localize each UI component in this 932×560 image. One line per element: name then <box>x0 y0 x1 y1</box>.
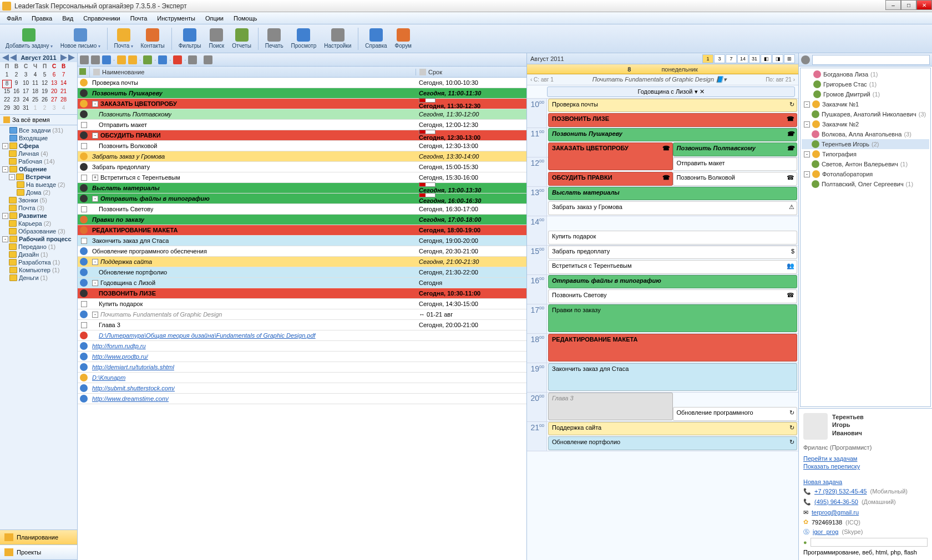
cal-day[interactable]: 16 <box>12 88 21 96</box>
tree-Сфера[interactable]: -Сфера <box>1 142 76 150</box>
cal-day[interactable]: 3 <box>21 72 31 80</box>
hour-slot[interactable]: Выслать материалыЗабрать заказ у Громова… <box>547 187 798 216</box>
contact-item[interactable]: Громов Дмитрий(1) <box>802 89 929 99</box>
contact-item[interactable]: -Типография <box>802 149 929 159</box>
phone-home[interactable]: (495) 964-36-50 <box>814 498 858 505</box>
tb-Форум[interactable]: Форум <box>392 27 415 50</box>
cal-day[interactable]: 15 <box>2 88 12 96</box>
expand-icon[interactable]: + <box>92 175 98 181</box>
cal-event[interactable]: Обновление портфолио↻ <box>548 436 797 450</box>
cal-event[interactable]: Обновление программного↻ <box>673 407 798 421</box>
cal-event[interactable]: ПОЗВОНИТЬ ЛИЗЕ☎ <box>548 113 797 127</box>
tree-Рабочая[interactable]: Рабочая(14) <box>1 157 76 165</box>
task-row[interactable]: ПОЗВОНИТЬ ЛИЗЕСегодня, 10:30-11:00 <box>78 288 526 299</box>
menu-Правка[interactable]: Правка <box>27 14 57 23</box>
cal-day[interactable]: 30 <box>12 105 21 113</box>
hour-slot[interactable]: Глава 3Обновление программного↻ <box>547 393 798 421</box>
cal-event[interactable]: РЕДАКТИРОВАНИЕ МАКЕТА <box>548 334 797 362</box>
contact-item[interactable]: Светов, Антон Валерьевич(1) <box>802 159 929 169</box>
tree-Почта[interactable]: Почта(3) <box>1 204 76 212</box>
cal-day[interactable]: 18 <box>31 88 40 96</box>
cal-day[interactable]: 28 <box>59 96 68 105</box>
contact-item[interactable]: -Заказчик №1 <box>802 99 929 109</box>
tb-Контакты[interactable]: Контакты <box>138 27 168 50</box>
task-row[interactable]: http://www.prodtp.ru/ <box>78 352 526 362</box>
task-row[interactable]: -Поддержка сайтаСегодня, 21:00-21:30 <box>78 257 526 267</box>
hour-slot[interactable]: Проверка почты↻ПОЗВОНИТЬ ЛИЗЕ☎ <box>547 99 798 128</box>
cal-day[interactable]: 3 <box>49 105 59 113</box>
hour-slot[interactable]: Забрать предоплату$Встретиться с Теренть… <box>547 246 798 274</box>
maximize-button[interactable]: □ <box>901 0 916 10</box>
task-row[interactable]: -ОБСУДИТЬ ПРАВКИСегодня, 12:30-13:00 <box>78 130 526 141</box>
contact-item[interactable]: Полтавский, Олег Сергеевич(1) <box>802 179 929 189</box>
expand-icon[interactable] <box>204 55 212 64</box>
task-row[interactable]: Купить подарокСегодня, 14:30-15:00 <box>78 299 526 309</box>
cal-event[interactable]: Позвонить Полтавскому☎ <box>673 142 798 156</box>
link-newtask[interactable]: Новая задача <box>803 478 928 485</box>
expand-icon[interactable]: - <box>92 259 98 265</box>
filter-icon[interactable] <box>102 55 111 64</box>
cal-event[interactable]: Выслать материалы <box>548 187 797 200</box>
task-row[interactable]: Обновление программного обеспеченияСегод… <box>78 246 526 257</box>
task-name[interactable]: http://www.prodtp.ru/ <box>92 353 148 360</box>
expand-icon[interactable]: - <box>804 101 810 108</box>
cal-day[interactable]: 8 <box>2 80 12 88</box>
cal-day[interactable]: 29 <box>2 105 12 113</box>
menu-Помощь[interactable]: Помощь <box>229 14 262 23</box>
task-row[interactable]: РЕДАКТИРОВАНИЕ МАКЕТАСегодня, 18:00-19:0… <box>78 225 526 236</box>
view-opt[interactable]: ⊞ <box>784 54 795 63</box>
cal-next-year[interactable] <box>68 54 75 61</box>
expand-icon[interactable]: - <box>92 133 98 139</box>
tb-Отчеты[interactable]: Отчеты <box>229 27 255 50</box>
contact-item[interactable]: Пушкарев, Анатолий Николаевич(3) <box>802 109 929 119</box>
tb-Почта[interactable]: Почта <box>111 27 136 50</box>
cal-event[interactable]: Отправить файлы в типографию <box>548 275 797 288</box>
tree-Дома[interactable]: Дома(2) <box>1 189 76 196</box>
tree-Общение[interactable]: -Общение <box>1 165 76 173</box>
tree-Передано[interactable]: Передано(1) <box>1 243 76 251</box>
hour-slot[interactable]: Правки по заказу <box>547 304 798 333</box>
tree-Входящие[interactable]: Входящие <box>1 134 76 142</box>
hour-slot[interactable]: Поддержка сайта↻Обновление портфолио↻ <box>547 422 798 451</box>
task-name[interactable]: http://forum.rudtp.ru <box>92 343 146 349</box>
clear-filter-icon[interactable] <box>188 55 197 64</box>
check-all-icon[interactable] <box>79 68 86 75</box>
folder-filter-icon[interactable] <box>117 55 126 64</box>
tb-Просмотр[interactable]: Просмотр <box>288 27 320 50</box>
cal-day[interactable]: 10 <box>21 80 31 88</box>
date-filter-icon[interactable] <box>158 55 167 64</box>
allday-event[interactable]: Годовщина с Лизой ▾ ✕ <box>547 86 795 97</box>
tree-Звонки[interactable]: Звонки(5) <box>1 196 76 204</box>
task-row[interactable]: Правки по заказуСегодня, 17:00-18:00 <box>78 215 526 225</box>
view-3[interactable]: 3 <box>714 54 725 63</box>
task-row[interactable]: Выслать материалыСегодня, 13:00-13:30 <box>78 183 526 194</box>
contact-item[interactable]: -Заказчик №2 <box>802 119 929 129</box>
task-row[interactable]: Позвонить ВолковойСегодня, 12:30-13:00 <box>78 141 526 151</box>
col-due[interactable]: Срок <box>416 69 526 75</box>
cal-event[interactable]: Позвонить Волковой☎ <box>673 172 798 186</box>
tab-projects[interactable]: Проекты <box>0 545 77 560</box>
contact-filter-icon[interactable] <box>143 55 152 64</box>
tree-Развитие[interactable]: -Развитие <box>1 212 76 220</box>
view-opt[interactable]: ◨ <box>772 54 783 63</box>
search-input[interactable] <box>812 55 930 65</box>
cal-day[interactable]: 31 <box>21 105 31 113</box>
cal-day[interactable]: 14 <box>59 80 68 88</box>
cal-day[interactable]: 11 <box>31 80 40 88</box>
contact-item[interactable]: Терентьев Игорь(2) <box>802 139 929 149</box>
tree-Все задачи[interactable]: Все задачи(31) <box>1 126 76 134</box>
cal-next-month[interactable] <box>60 54 67 61</box>
flag-filter-icon[interactable] <box>173 55 182 64</box>
task-row[interactable]: -Почитать Fundamentals of Graphic Design… <box>78 309 526 320</box>
cal-day[interactable]: 1 <box>2 72 12 80</box>
cal-day[interactable]: 5 <box>40 72 49 80</box>
contact-item[interactable]: -Фотолаборатория <box>802 169 929 179</box>
cal-day[interactable]: 20 <box>49 88 59 96</box>
cal-event[interactable]: Проверка почты↻ <box>548 99 797 112</box>
cal-prev-year[interactable] <box>2 54 9 61</box>
view-14[interactable]: 14 <box>737 54 748 63</box>
task-row[interactable]: D:\Литература\Общая теория дизайна\Funda… <box>78 330 526 341</box>
tb-Настройки[interactable]: Настройки <box>321 27 354 50</box>
cal-day[interactable]: 4 <box>59 105 68 113</box>
task-row[interactable]: -Годовщина с ЛизойСегодня <box>78 278 526 288</box>
